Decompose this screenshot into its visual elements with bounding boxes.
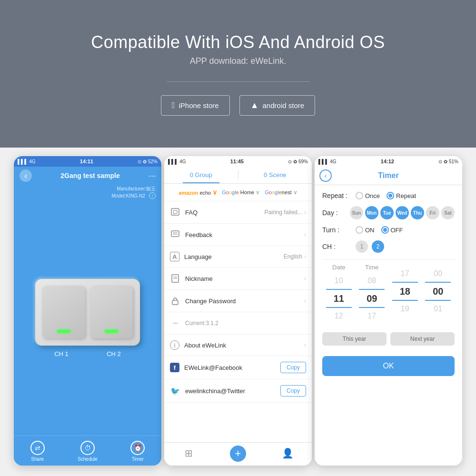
facebook-item[interactable]: f EWeLink@Facebook Copy <box>164 356 312 379</box>
min-item-2[interactable]: 19 <box>401 302 409 316</box>
facebook-copy-button[interactable]: Copy <box>280 362 306 373</box>
day-mon[interactable]: Mon <box>365 206 378 219</box>
sec-item-0[interactable]: 00 <box>434 267 442 281</box>
about-item[interactable]: i About eWeLink › <box>164 335 312 356</box>
phone2: ▌▌▌ 4G 11:45 ⊙ ✿ 69% 0 Group 0 Scene ama… <box>164 156 312 466</box>
profile-icon[interactable]: 👤 <box>280 447 295 462</box>
once-radio <box>356 192 363 199</box>
phone1-time: 14:11 <box>80 159 93 164</box>
once-label: Once <box>365 192 380 199</box>
google-nest-brand: Googlenest ∨ <box>265 189 297 196</box>
phone1-status-right: ⊙ ✿ 52% <box>138 159 158 164</box>
date-item-2[interactable]: 12 <box>335 309 343 323</box>
date-item-0[interactable]: 10 <box>335 274 343 288</box>
password-arrow: › <box>304 298 306 304</box>
ok-button[interactable]: OK <box>322 356 455 376</box>
phone3-status-bar: ▌▌▌ 4G 14:12 ⊙ ✿ 51% <box>315 156 462 167</box>
timer-back-button[interactable]: ‹ <box>319 169 332 182</box>
tab-scene[interactable]: 0 Scene <box>238 167 312 183</box>
language-label: Language <box>184 253 284 260</box>
svg-rect-0 <box>171 208 179 215</box>
amazon-brand: amazon echo ∨ <box>178 188 217 196</box>
divider <box>167 81 309 82</box>
main-title: Compatible With iOS And Android OS <box>91 32 385 52</box>
sec-item-selected[interactable]: 00 <box>425 282 451 301</box>
add-icon[interactable]: + <box>230 446 246 462</box>
on-label: ON <box>365 227 375 234</box>
switch-ch2[interactable] <box>90 286 133 338</box>
timer-icon: ⏰ <box>130 441 145 455</box>
header-section: Compatible With iOS And Android OS APP d… <box>0 0 476 148</box>
repeat-repeat-option[interactable]: Repeat <box>387 192 416 199</box>
day-wed[interactable]: Wed <box>396 206 409 219</box>
schedule-icon: ⏱ <box>80 441 95 455</box>
twitter-icon: 🐦 <box>170 386 180 396</box>
feedback-icon <box>170 229 180 240</box>
repeat-once-option[interactable]: Once <box>356 192 380 199</box>
date-picker-header: Date <box>332 264 345 271</box>
date-item-selected[interactable]: 11 <box>326 289 352 308</box>
min-item-selected[interactable]: 18 <box>392 282 418 301</box>
phone1-status-bar: ▌▌▌ 4G 14:11 ⊙ ✿ 52% <box>14 156 161 167</box>
ch1-selector[interactable]: 1 <box>356 240 368 253</box>
brands-row: amazon echo ∨ Google Home ∨ Googlenest ∨ <box>164 184 312 201</box>
model: Model:KING-N2 <box>111 193 145 198</box>
day-fri[interactable]: Fri <box>426 206 439 219</box>
day-sun[interactable]: Sun <box>350 206 363 219</box>
turn-off-option[interactable]: OFF <box>381 226 403 234</box>
back-button[interactable]: ‹ <box>20 169 32 182</box>
phone1-bottom-nav: ⇄ Share ⏱ Schedule ⏰ Timer <box>14 436 161 466</box>
grid-icon[interactable]: ⊞ <box>181 447 196 462</box>
p2-network: 4G <box>179 159 186 164</box>
schedule-nav-item[interactable]: ⏱ Schedule <box>78 441 98 462</box>
device-title: 2Gang test sample <box>60 172 120 179</box>
version-dots-icon: ··· <box>170 318 180 328</box>
apple-icon:  <box>172 100 175 110</box>
share-nav-item[interactable]: ⇄ Share <box>30 441 45 462</box>
password-item[interactable]: Change Password › <box>164 290 312 312</box>
phone1-content: ‹ 2Gang test sample ··· Manufacturer:能王 … <box>14 167 161 466</box>
repeat-label: Repeat : <box>322 192 351 199</box>
phone2-time: 11:45 <box>230 159 244 164</box>
p2-battery: 69% <box>298 159 308 164</box>
phones-section: ▌▌▌ 4G 14:11 ⊙ ✿ 52% ‹ 2Gang test sample… <box>0 148 476 476</box>
nickname-item[interactable]: Nickname › <box>164 268 312 290</box>
day-tue[interactable]: Tue <box>380 206 394 219</box>
p3-icons: ⊙ ✿ <box>438 159 447 164</box>
twitter-copy-button[interactable]: Copy <box>280 385 306 397</box>
phone3: ▌▌▌ 4G 14:12 ⊙ ✿ 51% ‹ Timer Repeat : <box>315 156 462 466</box>
switch-ch1[interactable] <box>42 286 85 338</box>
info-icon[interactable]: i <box>149 192 156 199</box>
ch-selector: 1 2 <box>356 240 384 253</box>
p3-battery: 51% <box>449 159 458 164</box>
this-year-button[interactable]: This year <box>322 332 387 346</box>
day-sat[interactable]: Sat <box>441 206 455 219</box>
android-store-button[interactable]: ▲ android store <box>239 95 315 116</box>
feedback-label: Feedback <box>185 231 304 238</box>
more-button[interactable]: ··· <box>149 171 156 181</box>
iphone-store-button[interactable]:  iPhone store <box>161 95 230 116</box>
feedback-arrow: › <box>304 231 306 238</box>
feedback-item[interactable]: Feedback › <box>164 224 312 246</box>
min-item-0[interactable]: 17 <box>401 267 409 281</box>
hour-item-2[interactable]: 17 <box>367 309 376 323</box>
sec-item-1[interactable]: 01 <box>434 302 442 316</box>
day-thu[interactable]: Thu <box>411 206 424 219</box>
twitter-item[interactable]: 🐦 ewelinkchina@Twitter Copy <box>164 379 312 403</box>
phone2-status-left: ▌▌▌ 4G <box>168 159 186 164</box>
network-type: 4G <box>29 159 35 164</box>
switch-display: CH 1 CH 2 <box>14 201 161 436</box>
p2-signal-icon: ▌▌▌ <box>168 159 178 164</box>
svg-rect-7 <box>172 300 178 305</box>
timer-nav-item[interactable]: ⏰ Timer <box>130 441 145 462</box>
ch2-selector[interactable]: 2 <box>372 240 384 253</box>
phone1-battery: 52% <box>148 159 158 164</box>
hour-item-selected[interactable]: 09 <box>359 289 385 308</box>
next-year-button[interactable]: Next year <box>390 332 455 346</box>
turn-on-option[interactable]: ON <box>356 226 375 234</box>
phone1-navbar: ‹ 2Gang test sample ··· <box>14 167 161 185</box>
hour-item-0[interactable]: 08 <box>367 274 376 288</box>
language-item[interactable]: A Language English › <box>164 246 312 268</box>
faq-item[interactable]: FAQ Pairing failed... › <box>164 201 312 224</box>
tab-group[interactable]: 0 Group <box>164 167 238 183</box>
